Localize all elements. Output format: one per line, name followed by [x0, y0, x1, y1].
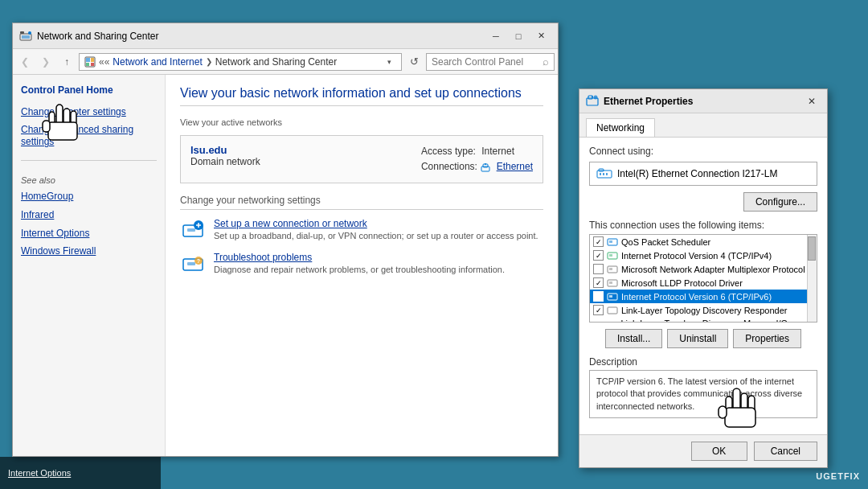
- item-label-4: Internet Protocol Version 6 (TCP/IPv6): [621, 292, 772, 302]
- checkbox-2[interactable]: [593, 264, 604, 274]
- svg-rect-16: [187, 228, 195, 232]
- see-also-label: See also: [21, 175, 157, 185]
- network-type: Domain network: [190, 156, 405, 167]
- list-item[interactable]: ✓ QoS Packet Scheduler: [590, 235, 817, 249]
- windows-firewall-link[interactable]: Windows Firewall: [21, 244, 157, 258]
- main-content: View your basic network information and …: [166, 75, 558, 456]
- svg-rect-39: [609, 254, 612, 257]
- dialog-footer: OK Cancel: [579, 434, 827, 467]
- search-box[interactable]: ⌕: [426, 53, 555, 71]
- setup-connection-desc: Set up a broadband, dial-up, or VPN conn…: [214, 231, 538, 240]
- change-sharing-settings-link[interactable]: Change advanced sharing settings: [21, 124, 157, 149]
- scrollbar-track[interactable]: [807, 235, 817, 322]
- checkbox-5[interactable]: ✓: [593, 305, 604, 315]
- infrared-link[interactable]: Infrared: [21, 208, 157, 222]
- list-item[interactable]: ✓ Internet Protocol Version 4 (TCP/IPv4): [590, 249, 817, 262]
- svg-rect-41: [609, 268, 612, 270]
- connect-using-box: Intel(R) Ethernet Connection I217-LM: [589, 162, 817, 186]
- close-button[interactable]: ✕: [530, 28, 551, 44]
- breadcrumb-part1: ««: [99, 56, 109, 68]
- window-icon: [19, 30, 32, 43]
- address-field[interactable]: «« Network and Internet ❯ Network and Sh…: [79, 53, 402, 71]
- ok-button[interactable]: OK: [691, 442, 747, 461]
- ethernet-icon: [480, 162, 491, 172]
- sidebar-title: Control Panel Home: [21, 84, 157, 96]
- uninstall-button[interactable]: Uninstall: [667, 329, 728, 348]
- item-label-0: QoS Packet Scheduler: [621, 237, 710, 247]
- breadcrumb: «« Network and Internet ❯ Network and Sh…: [99, 56, 379, 68]
- configure-button[interactable]: Configure...: [743, 192, 817, 212]
- homegroup-link[interactable]: HomeGroup: [21, 190, 157, 203]
- ethernet-link[interactable]: Ethernet: [497, 161, 533, 172]
- svg-point-30: [594, 95, 598, 99]
- address-dropdown-button[interactable]: ▾: [382, 58, 396, 66]
- refresh-button[interactable]: ↺: [405, 53, 423, 71]
- description-box: TCP/IP version 6. The latest version of …: [589, 370, 817, 418]
- item-icon-4: [607, 292, 618, 302]
- connections-row: Connections: Ethernet: [421, 159, 533, 175]
- svg-rect-1: [22, 35, 30, 39]
- maximize-button[interactable]: □: [508, 28, 529, 44]
- item-label-6: Link-Layer Topology Discovery Mapper I/O…: [620, 318, 805, 323]
- svg-rect-45: [609, 295, 612, 298]
- item-label-2: Microsoft Network Adapter Multiplexor Pr…: [621, 265, 805, 274]
- sidebar: Control Panel Home Change adapter settin…: [13, 75, 166, 456]
- forward-button[interactable]: ❯: [37, 53, 55, 71]
- checkbox-3[interactable]: ✓: [593, 277, 604, 288]
- network-card: lsu.edu Domain network Access type: Inte…: [180, 135, 543, 183]
- svg-rect-33: [600, 173, 601, 175]
- change-adapter-settings-link[interactable]: Change adapter settings: [21, 105, 157, 119]
- items-label: This connection uses the following items…: [589, 220, 817, 231]
- dialog-close-button[interactable]: ✕: [803, 93, 821, 109]
- search-input[interactable]: [432, 56, 539, 68]
- dialog-tabs: Networking: [579, 113, 827, 138]
- configure-btn-row: Configure...: [589, 192, 817, 212]
- svg-rect-7: [86, 63, 89, 66]
- list-item[interactable]: Microsoft Network Adapter Multiplexor Pr…: [590, 262, 817, 276]
- network-name[interactable]: lsu.edu: [190, 144, 405, 156]
- back-button[interactable]: ❮: [16, 53, 34, 71]
- svg-rect-28: [588, 96, 592, 99]
- troubleshoot-desc: Diagnose and repair network problems, or…: [214, 265, 505, 274]
- properties-button[interactable]: Properties: [733, 329, 801, 348]
- checkbox-0[interactable]: ✓: [593, 236, 604, 247]
- scrollbar-thumb[interactable]: [808, 236, 816, 261]
- breadcrumb-network-internet[interactable]: Network and Internet: [113, 56, 202, 68]
- svg-rect-37: [609, 240, 612, 243]
- svg-rect-20: [187, 262, 195, 265]
- list-item[interactable]: ✓ Link-Layer Topology Discovery Mapper I…: [590, 317, 817, 323]
- minimize-button[interactable]: ─: [485, 28, 506, 44]
- item-label-1: Internet Protocol Version 4 (TCP/IPv4): [621, 251, 772, 261]
- list-item[interactable]: ✓ Microsoft LLDP Protocol Driver: [590, 276, 817, 290]
- active-networks-label: View your active networks: [180, 117, 543, 127]
- tab-networking[interactable]: Networking: [586, 118, 655, 137]
- items-list: ✓ QoS Packet Scheduler ✓ Internet Protoc…: [589, 234, 817, 323]
- checkbox-4[interactable]: ✓: [593, 291, 604, 302]
- setup-connection-link[interactable]: Set up a new connection or network: [214, 218, 538, 229]
- taskbar-hint: Internet Options: [0, 457, 161, 489]
- item-label-5: Link-Layer Topology Discovery Responder: [621, 306, 787, 315]
- network-name-block: lsu.edu Domain network: [190, 144, 405, 167]
- taskbar-internet-options[interactable]: Internet Options: [8, 468, 71, 478]
- checkbox-1[interactable]: ✓: [593, 250, 604, 261]
- window-controls: ─ □ ✕: [485, 28, 551, 44]
- item-label-3: Microsoft LLDP Protocol Driver: [621, 278, 743, 288]
- dialog-btn-row3: Install... Uninstall Properties: [589, 329, 817, 348]
- install-button[interactable]: Install...: [605, 329, 662, 348]
- new-connection-icon: [180, 218, 206, 244]
- item-icon-1: [607, 251, 618, 261]
- title-bar: Network and Sharing Center ─ □ ✕: [13, 23, 558, 49]
- item-icon-0: [607, 237, 618, 247]
- item-icon-5: [607, 306, 618, 315]
- change-settings-title: Change your networking settings: [180, 195, 543, 210]
- cancel-button[interactable]: Cancel: [754, 442, 817, 461]
- breadcrumb-sharing-center[interactable]: Network and Sharing Center: [215, 56, 337, 68]
- list-item-selected[interactable]: ✓ Internet Protocol Version 6 (TCP/IPv6): [590, 290, 817, 303]
- svg-point-3: [28, 31, 31, 35]
- search-icon: ⌕: [542, 55, 549, 68]
- setting-text-block-0: Set up a new connection or network Set u…: [214, 218, 538, 240]
- list-item[interactable]: ✓ Link-Layer Topology Discovery Responde…: [590, 303, 817, 317]
- up-button[interactable]: ↑: [58, 53, 76, 71]
- troubleshoot-link[interactable]: Troubleshoot problems: [214, 252, 505, 263]
- internet-options-link[interactable]: Internet Options: [21, 227, 157, 240]
